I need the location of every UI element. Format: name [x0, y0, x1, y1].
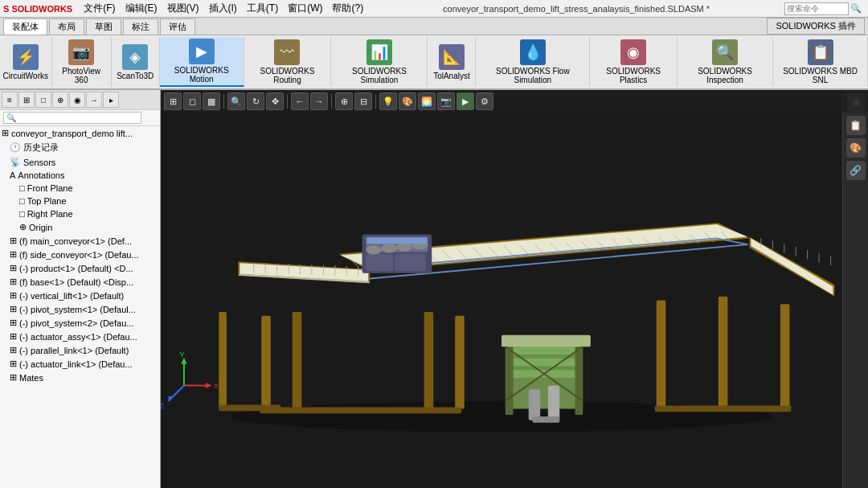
vp-btn-play[interactable]: ▶ [457, 92, 474, 110]
menu-edit[interactable]: 编辑(E) [121, 0, 162, 17]
panel-btn-1[interactable]: ≡ [2, 92, 18, 108]
panel-expand[interactable]: ▸ [103, 92, 119, 108]
tree-item-10[interactable]: ⊞(-) product<1> (Default) <D... [0, 261, 160, 275]
vp-btn-rotate[interactable]: ↻ [247, 92, 264, 110]
viewport: ⊞ ◻ ▦ 🔍 ↻ ✥ ← → ⊕ ⊟ 💡 🎨 🌅 📷 ▶ ⚙ [161, 90, 868, 488]
ribbon-tool-motion[interactable]: ▶ SOLIDWORKS Motion [160, 37, 244, 87]
svg-text:Y: Y [179, 350, 185, 359]
menu-view[interactable]: 视图(V) [162, 0, 204, 17]
tab-plugin[interactable]: SOLIDWORKS 插件 [767, 18, 865, 35]
menu-insert[interactable]: 插入(I) [204, 0, 242, 17]
tab-evaluate[interactable]: 评估 [160, 18, 195, 35]
tree-item-17[interactable]: ⊞(-) actuator_link<1> (Defau... [0, 357, 160, 371]
circuitworks-icon: ⚡ [13, 44, 39, 70]
tree-label-6: Right Plane [27, 209, 73, 219]
tree-label-14: (-) pivot_system<2> (Defau... [19, 318, 133, 328]
search-input[interactable] [784, 2, 849, 15]
photoview-label: PhotoView 360 [57, 67, 106, 84]
tree-icon-8: ⊞ [10, 236, 17, 246]
svg-rect-73 [548, 386, 559, 420]
svg-rect-5 [424, 312, 434, 412]
vp-btn-light[interactable]: 💡 [379, 92, 397, 110]
vp-btn-camera[interactable]: 📷 [437, 92, 455, 110]
inspection-icon: 🔍 [712, 39, 738, 65]
menu-window[interactable]: 窗口(W) [283, 0, 327, 17]
tree-label-15: (-) actuator_assy<1> (Defau... [19, 332, 137, 342]
tree-label-3: Annotations [18, 170, 64, 180]
tree-item-8[interactable]: ⊞(f) main_conveyor<1> (Def... [0, 234, 160, 248]
ribbon-tool-photoview[interactable]: 📷 PhotoView 360 [52, 37, 112, 87]
vp-btn-display[interactable]: ◻ [183, 92, 201, 110]
panel-toolbar: ≡ ⊞ □ ⊕ ◉ → ▸ [0, 90, 160, 110]
search-icon[interactable]: 🔍 [850, 3, 862, 14]
panel-btn-6[interactable]: → [86, 92, 102, 108]
tree-item-4[interactable]: □Front Plane [0, 182, 160, 195]
ribbon-tool-inspection[interactable]: 🔍 SOLIDWORKS Inspection [678, 37, 773, 87]
ribbon-tool-routing[interactable]: 〰 SOLIDWORKS Routing [244, 37, 332, 87]
tree-item-11[interactable]: ⊞(f) base<1> (Default) <Disp... [0, 275, 160, 289]
vp-btn-prev-view[interactable]: ← [291, 92, 309, 110]
panel-btn-4[interactable]: ⊕ [52, 92, 68, 108]
tab-assembly[interactable]: 装配体 [3, 18, 47, 35]
tree-icon-17: ⊞ [10, 359, 17, 369]
simulation-label: SOLIDWORKS Simulation [336, 67, 422, 84]
tree-item-15[interactable]: ⊞(-) actuator_assy<1> (Defau... [0, 330, 160, 343]
tree-label-13: (-) pivot_system<1> (Defaul... [19, 305, 136, 314]
tree-label-17: (-) actuator_link<1> (Defau... [19, 359, 133, 369]
vp-btn-next-view[interactable]: → [310, 92, 328, 110]
menu-tools[interactable]: 工具(T) [242, 0, 283, 17]
tree-item-7[interactable]: ⊕Origin [0, 220, 160, 234]
vp-btn-pan[interactable]: ✥ [266, 92, 284, 110]
ribbon-tool-mbd[interactable]: 📋 SOLIDWORKS MBD SNL [773, 37, 868, 87]
tab-annotation[interactable]: 标注 [123, 18, 158, 35]
tree-item-12[interactable]: ⊞(-) vertical_lift<1> (Default) [0, 289, 160, 302]
vp-btn-section[interactable]: ▦ [203, 92, 220, 110]
ribbon-tool-flow[interactable]: 💧 SOLIDWORKS Flow Simulation [476, 37, 590, 87]
menu-file[interactable]: 文件(F) [79, 0, 120, 17]
tree-label-9: (f) side_conveyor<1> (Defau... [19, 250, 139, 260]
tab-layout[interactable]: 布局 [49, 18, 84, 35]
right-icon-appearance[interactable]: 🎨 [846, 138, 866, 158]
panel-btn-3[interactable]: □ [35, 92, 51, 108]
tree-item-6[interactable]: □Right Plane [0, 207, 160, 220]
tree-label-11: (f) base<1> (Default) <Disp... [19, 277, 133, 287]
vp-btn-appearance[interactable]: 🎨 [399, 92, 416, 110]
tree-item-0[interactable]: ⊞conveyor_transport_demo lift... [0, 126, 160, 140]
circuitworks-label: CircuitWorks [3, 72, 48, 80]
tree-item-5[interactable]: □Top Plane [0, 195, 160, 207]
panel-btn-2[interactable]: ⊞ [18, 92, 35, 108]
tree-icon-1: 🕐 [10, 142, 21, 153]
svg-point-58 [366, 245, 381, 255]
ribbon-tool-tolanalyst[interactable]: 📐 TolAnalyst [428, 37, 476, 87]
vp-btn-zoom[interactable]: 🔍 [227, 92, 245, 110]
svg-rect-7 [219, 312, 227, 408]
vp-btn-scene[interactable]: 🌅 [418, 92, 436, 110]
tree-filter[interactable] [3, 112, 141, 124]
right-icon-link[interactable]: 🔗 [846, 161, 866, 180]
ribbon-tool-simulation[interactable]: 📊 SOLIDWORKS Simulation [331, 37, 428, 87]
vp-btn-view[interactable]: ⊞ [164, 92, 182, 110]
svg-text:X: X [214, 381, 219, 390]
tree-item-2[interactable]: 📡Sensors [0, 155, 160, 169]
menu-help[interactable]: 帮助(?) [327, 0, 368, 17]
tree-item-13[interactable]: ⊞(-) pivot_system<1> (Defaul... [0, 302, 160, 316]
tree-item-9[interactable]: ⊞(f) side_conveyor<1> (Defau... [0, 248, 160, 261]
tolanalyst-label: TolAnalyst [433, 72, 470, 80]
tree-item-16[interactable]: ⊞(-) parallel_link<1> (Default) [0, 343, 160, 357]
tree-item-14[interactable]: ⊞(-) pivot_system<2> (Defau... [0, 316, 160, 330]
ribbon-tool-plastics[interactable]: ◉ SOLIDWORKS Plastics [590, 37, 678, 87]
ribbon-tool-scanto3d[interactable]: ◈ ScanTo3D [112, 37, 160, 87]
vp-btn-normal[interactable]: ⊕ [335, 92, 353, 110]
panel-btn-5[interactable]: ◉ [69, 92, 85, 108]
tree-item-1[interactable]: 🕐历史记录 [0, 140, 160, 155]
tree-label-0: conveyor_transport_demo lift... [11, 129, 133, 138]
vp-btn-fit[interactable]: ⊟ [354, 92, 372, 110]
tree-item-18[interactable]: ⊞Mates [0, 371, 160, 384]
vp-btn-settings[interactable]: ⚙ [476, 92, 493, 110]
tree-icon-10: ⊞ [10, 263, 17, 273]
tab-sketch[interactable]: 草图 [86, 18, 121, 35]
tree-icon-13: ⊞ [10, 304, 17, 314]
tree-item-3[interactable]: AAnnotations [0, 169, 160, 182]
ribbon-tool-circuitworks[interactable]: ⚡ CircuitWorks [0, 37, 52, 87]
right-icon-clipboard[interactable]: 📋 [846, 116, 866, 135]
